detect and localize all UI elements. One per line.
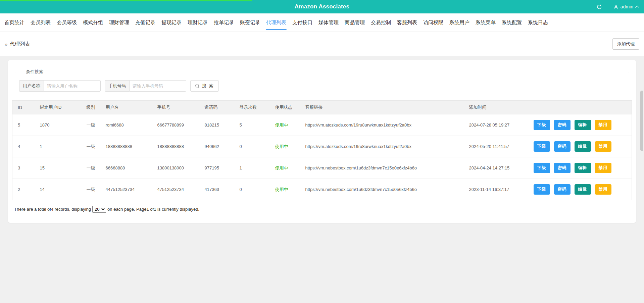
edit-button[interactable]: 编辑 [575, 184, 591, 195]
nav-item-16[interactable]: 访问权限 [420, 13, 446, 32]
nav-item-11[interactable]: 支付接口 [289, 13, 315, 32]
disable-button[interactable]: 禁用 [595, 120, 611, 130]
nav-item-6[interactable]: 提现记录 [158, 13, 185, 32]
column-header-10 [528, 101, 632, 114]
username: admin [621, 4, 633, 9]
page-size-select[interactable]: 20 [92, 206, 106, 213]
subordinate-button[interactable]: 下级 [534, 120, 550, 130]
column-header-9: 添加时间 [464, 101, 528, 114]
cell-logins: 5 [234, 114, 270, 136]
nav-item-13[interactable]: 商品管理 [342, 13, 368, 32]
column-header-4: 手机号 [152, 101, 199, 114]
nav-item-3[interactable]: 模式分组 [80, 13, 106, 32]
password-button[interactable]: 密码 [554, 141, 571, 152]
scrollbar-thumb[interactable] [640, 91, 643, 151]
cell-phone: 66677788899 [152, 114, 199, 136]
pagination: There are a total of4 records, displayin… [14, 206, 630, 213]
cell-time: 2024-07-28 05:19:27 [464, 114, 528, 136]
cell-id: 3 [12, 157, 35, 179]
refresh-icon[interactable] [596, 4, 602, 10]
cell-link: https://vm.atozkuds.com/19ru8urwknuax1kd… [300, 114, 464, 136]
subordinate-button[interactable]: 下级 [534, 184, 550, 195]
cell-invite: 818215 [199, 114, 234, 136]
cell-status: 使用中 [270, 114, 300, 136]
column-header-1: 绑定用户ID [35, 101, 81, 114]
nav-item-8[interactable]: 抢单记录 [211, 13, 237, 32]
nav-item-10[interactable]: 代理列表 [263, 13, 289, 32]
nav-item-20[interactable]: 系统日志 [525, 13, 551, 32]
breadcrumb-arrow-icon: » [5, 41, 7, 47]
cell-actions: 下级密码编辑禁用 [528, 136, 632, 157]
top-bar: Amazon Associates admin [0, 0, 644, 13]
column-header-8: 客服链接 [300, 101, 464, 114]
nav-item-19[interactable]: 系统配置 [499, 13, 525, 32]
edit-button[interactable]: 编辑 [575, 141, 591, 152]
nav-item-0[interactable]: 首页统计 [1, 13, 28, 32]
password-button[interactable]: 密码 [554, 163, 571, 173]
content-area: 条件搜索 用户名称 手机号码 搜 索 [0, 56, 644, 223]
column-header-7: 使用状态 [270, 101, 300, 114]
nav-item-7[interactable]: 理财记录 [185, 13, 211, 32]
disable-button[interactable]: 禁用 [595, 141, 611, 152]
table-row: 214一级447512523734475125237344173630使用中ht… [12, 179, 632, 200]
cell-phone: 18888888888 [152, 136, 199, 157]
cell-id: 2 [12, 179, 35, 200]
nav-item-4[interactable]: 理财管理 [106, 13, 132, 32]
cell-logins: 0 [234, 136, 270, 157]
nav-item-2[interactable]: 会员等级 [54, 13, 80, 32]
search-panel-legend: 条件搜索 [23, 69, 46, 75]
user-menu[interactable]: admin [613, 4, 639, 9]
column-header-2: 级别 [81, 101, 100, 114]
nav-item-9[interactable]: 账变记录 [237, 13, 263, 32]
cell-logins: 0 [234, 179, 270, 200]
cell-username: 18888888888 [100, 136, 152, 157]
search-button[interactable]: 搜 索 [190, 80, 219, 92]
add-agent-button[interactable]: 添加代理 [612, 38, 639, 50]
nav-item-18[interactable]: 系统菜单 [473, 13, 499, 32]
username-input-group: 用户名称 [19, 80, 101, 92]
column-header-0: ID [12, 101, 35, 114]
table-row: 41一级18888888888188888888889406620使用中http… [12, 136, 632, 157]
username-field-label: 用户名称 [19, 80, 44, 92]
nav-item-15[interactable]: 客服列表 [394, 13, 420, 32]
edit-button[interactable]: 编辑 [575, 163, 591, 173]
subordinate-button[interactable]: 下级 [534, 141, 550, 152]
cell-time: 2024-04-24 14:27:15 [464, 157, 528, 179]
edit-button[interactable]: 编辑 [575, 120, 591, 130]
column-header-6: 登录次数 [234, 101, 270, 114]
nav-item-12[interactable]: 媒体管理 [315, 13, 342, 32]
disable-button[interactable]: 禁用 [595, 163, 611, 173]
username-input[interactable] [44, 80, 101, 92]
password-button[interactable]: 密码 [554, 120, 571, 130]
breadcrumb: » 代理列表 [5, 41, 30, 47]
main-nav: 首页统计会员列表会员等级模式分组理财管理充值记录提现记录理财记录抢单记录账变记录… [0, 13, 644, 32]
cell-bind_id: 1870 [35, 114, 81, 136]
agent-table: ID绑定用户ID级别用户名手机号邀请码登录次数使用状态客服链接添加时间 5187… [12, 100, 632, 200]
table-row: 315一级66668888138001380009771951使用中https:… [12, 157, 632, 179]
search-row: 用户名称 手机号码 搜 索 [19, 80, 625, 92]
cell-bind_id: 14 [35, 179, 81, 200]
pagination-prefix: There are a total of4 records, displayin… [14, 207, 91, 212]
phone-input[interactable] [129, 80, 186, 92]
subordinate-button[interactable]: 下级 [534, 163, 550, 173]
topbar-right: admin [596, 0, 639, 13]
column-header-5: 邀请码 [199, 101, 234, 114]
cell-invite: 417363 [199, 179, 234, 200]
disable-button[interactable]: 禁用 [595, 184, 611, 195]
phone-field-label: 手机号码 [105, 80, 129, 92]
nav-item-17[interactable]: 系统用户 [446, 13, 473, 32]
table-row: 51870一级romi6688666777888998182155使用中http… [12, 114, 632, 136]
cell-status: 使用中 [270, 157, 300, 179]
cell-level: 一级 [81, 179, 100, 200]
nav-item-5[interactable]: 充值记录 [132, 13, 158, 32]
cell-bind_id: 15 [35, 157, 81, 179]
nav-item-1[interactable]: 会员列表 [28, 13, 54, 32]
cell-phone: 13800138000 [152, 157, 199, 179]
search-button-label: 搜 索 [202, 83, 214, 89]
cell-time: 2023-11-14 16:37:17 [464, 179, 528, 200]
page-header: » 代理列表 添加代理 [0, 32, 644, 56]
nav-item-14[interactable]: 交易控制 [368, 13, 394, 32]
cell-level: 一级 [81, 114, 100, 136]
cell-id: 5 [12, 114, 35, 136]
password-button[interactable]: 密码 [554, 184, 571, 195]
